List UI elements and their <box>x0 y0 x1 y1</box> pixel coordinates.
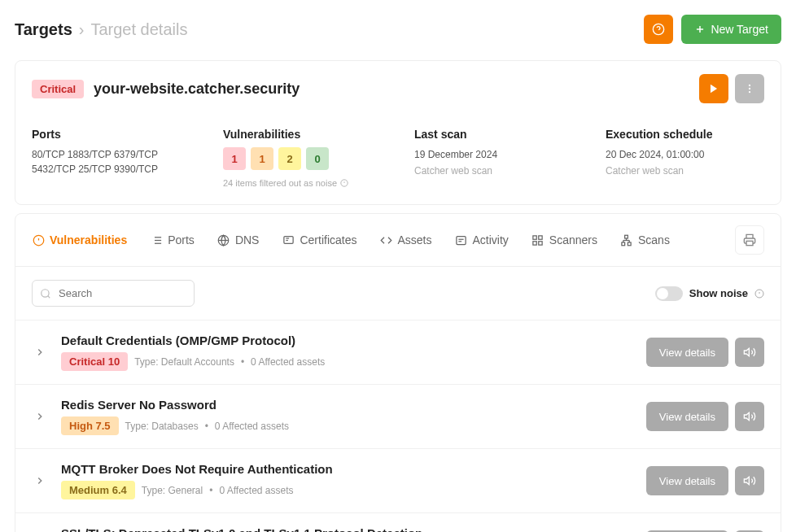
globe-icon <box>217 233 230 246</box>
tab-vulnerabilities[interactable]: Vulnerabilities <box>32 233 127 246</box>
vuln-title: MQTT Broker Does Not Require Authenticat… <box>61 462 633 476</box>
play-icon <box>708 83 719 94</box>
svg-point-6 <box>749 88 750 89</box>
view-details-button[interactable]: View details <box>646 338 728 367</box>
vulns-label: Vulnerabilities <box>223 128 382 141</box>
target-name: your-website.catcher.security <box>94 81 300 98</box>
vuln-item: Redis Server No Password High 7.5 Type: … <box>15 384 781 448</box>
expand-button[interactable] <box>32 411 48 422</box>
vuln-item: MQTT Broker Does Not Require Authenticat… <box>15 448 781 512</box>
info-icon <box>754 289 764 299</box>
mute-button[interactable] <box>735 466 764 495</box>
plus-icon <box>694 24 706 35</box>
printer-icon <box>743 233 756 246</box>
svg-rect-34 <box>628 242 632 246</box>
vuln-affected: 0 Affected assets <box>251 356 325 368</box>
grid-icon <box>531 233 545 246</box>
tab-ports[interactable]: Ports <box>150 233 195 246</box>
chevron-right-icon <box>34 411 46 422</box>
vuln-title: Default Credentials (OMP/GMP Protocol) <box>61 334 633 347</box>
dots-vertical-icon <box>744 83 755 94</box>
svg-rect-25 <box>457 236 466 244</box>
vuln-affected: 0 Affected assets <box>215 421 289 432</box>
severity-badge: Critical 10 <box>61 352 128 371</box>
chevron-right-icon <box>34 475 46 486</box>
alert-icon <box>32 233 45 246</box>
breadcrumb-root[interactable]: Targets <box>15 20 72 39</box>
list-icon <box>150 233 163 246</box>
schedule-date: 20 Dec 2024, 01:00:00 <box>606 147 764 162</box>
count-medium[interactable]: 2 <box>278 147 301 170</box>
svg-point-5 <box>749 85 750 86</box>
search-icon <box>40 288 51 299</box>
svg-rect-30 <box>539 241 542 244</box>
svg-rect-31 <box>533 241 536 244</box>
code-icon <box>379 233 392 246</box>
vuln-type: Type: Default Accounts <box>134 356 234 368</box>
mute-button[interactable] <box>735 338 764 367</box>
new-target-button[interactable]: New Target <box>681 15 781 44</box>
schedule-label: Execution schedule <box>606 128 764 141</box>
svg-rect-29 <box>539 235 542 238</box>
run-scan-button[interactable] <box>699 74 728 103</box>
svg-rect-22 <box>284 236 293 243</box>
tab-dns[interactable]: DNS <box>217 233 260 246</box>
svg-rect-33 <box>622 242 625 246</box>
vuln-item: SSL/TLS: Deprecated TLSv1.0 and TLSv1.1 … <box>15 512 781 532</box>
last-scan-date: 19 December 2024 <box>414 147 573 162</box>
expand-button[interactable] <box>32 347 48 358</box>
vuln-item: Default Credentials (OMP/GMP Protocol) C… <box>15 320 781 384</box>
count-info[interactable]: 0 <box>306 147 329 170</box>
svg-rect-32 <box>625 235 628 238</box>
filtered-note: 24 items filtered out as noise <box>223 178 337 188</box>
svg-line-41 <box>48 295 50 298</box>
help-button[interactable] <box>644 15 673 44</box>
svg-marker-4 <box>711 85 717 94</box>
svg-point-7 <box>749 91 750 93</box>
search-input[interactable] <box>32 280 195 307</box>
show-noise-toggle[interactable] <box>655 286 683 301</box>
sitemap-icon <box>620 233 633 246</box>
svg-rect-28 <box>533 235 536 238</box>
vuln-type: Type: Databases <box>125 421 199 432</box>
speaker-icon <box>743 474 756 487</box>
breadcrumb: Targets › Target details <box>15 20 187 39</box>
activity-icon <box>454 233 467 246</box>
svg-point-40 <box>42 289 49 296</box>
new-target-label: New Target <box>711 23 768 36</box>
svg-marker-45 <box>744 348 749 355</box>
print-button[interactable] <box>735 225 764 255</box>
last-scan-type: Catcher web scan <box>414 165 573 177</box>
chevron-right-icon <box>34 347 46 358</box>
tab-certificates[interactable]: Certificates <box>282 233 356 246</box>
view-details-button[interactable]: View details <box>646 466 728 495</box>
vuln-title: SSL/TLS: Deprecated TLSv1.0 and TLSv1.1 … <box>61 526 633 532</box>
chevron-right-icon: › <box>79 20 85 39</box>
info-icon <box>340 179 348 187</box>
svg-marker-46 <box>744 412 749 420</box>
ports-label: Ports <box>32 128 190 141</box>
tab-scans[interactable]: Scans <box>620 233 670 246</box>
more-options-button[interactable] <box>735 74 764 103</box>
mute-button[interactable] <box>735 402 764 431</box>
tab-scanners[interactable]: Scanners <box>531 233 597 246</box>
count-critical[interactable]: 1 <box>223 147 246 170</box>
ports-list: 80/TCP 1883/TCP 6379/TCP 5432/TCP 25/TCP… <box>32 147 190 177</box>
schedule-type: Catcher web scan <box>606 165 764 177</box>
svg-rect-39 <box>746 241 753 245</box>
breadcrumb-current: Target details <box>90 20 187 39</box>
tab-assets[interactable]: Assets <box>379 233 431 246</box>
count-high[interactable]: 1 <box>251 147 273 170</box>
severity-badge: Critical <box>32 80 84 98</box>
severity-badge: High 7.5 <box>61 416 119 435</box>
severity-badge: Medium 6.4 <box>61 481 135 499</box>
speaker-icon <box>743 410 756 423</box>
vuln-affected: 0 Affected assets <box>219 485 293 496</box>
view-details-button[interactable]: View details <box>646 402 728 431</box>
expand-button[interactable] <box>32 475 48 486</box>
speaker-icon <box>743 346 756 359</box>
vuln-title: Redis Server No Password <box>61 398 633 412</box>
tab-activity[interactable]: Activity <box>454 233 508 246</box>
last-scan-label: Last scan <box>414 128 573 141</box>
question-icon <box>652 23 665 36</box>
